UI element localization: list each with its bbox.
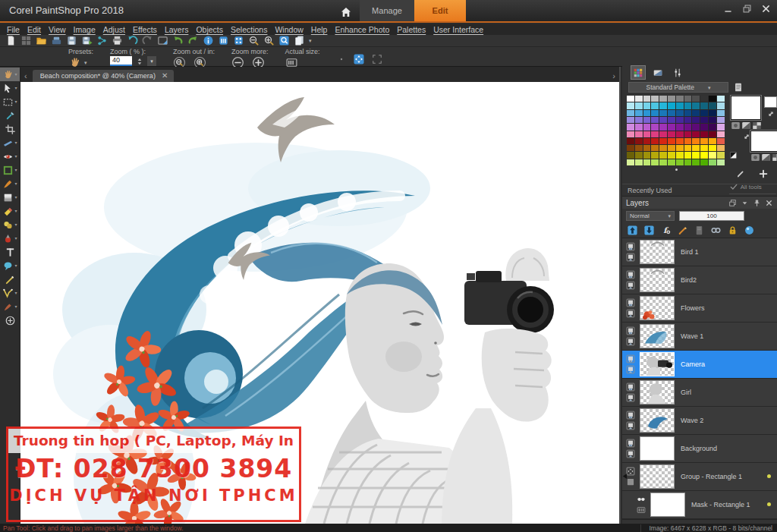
layer-lock-icon[interactable] xyxy=(727,225,738,236)
pen-tool[interactable] xyxy=(0,272,20,286)
menu-selections[interactable]: Selections xyxy=(227,25,271,34)
color-swatch[interactable] xyxy=(692,124,700,130)
color-swatch[interactable] xyxy=(692,102,700,109)
color-swatch[interactable] xyxy=(684,102,692,109)
makeover-tool[interactable]: ▾ xyxy=(0,163,20,177)
layer-thumbnail[interactable] xyxy=(640,352,675,376)
picture-tube-tool-flyout-icon[interactable]: ▾ xyxy=(14,236,17,241)
layer-thumbnail[interactable] xyxy=(640,324,675,348)
group-collapse-marker-icon[interactable] xyxy=(622,473,628,480)
pick-tool-flyout-icon[interactable]: ▾ xyxy=(14,86,17,90)
color-swatch[interactable] xyxy=(709,159,716,165)
color-swatch[interactable] xyxy=(700,138,708,144)
color-swatch[interactable] xyxy=(659,138,667,144)
copy-toolbar-button[interactable] xyxy=(294,35,305,46)
menu-palettes[interactable]: Palettes xyxy=(393,25,429,34)
picture-tube-tool[interactable]: ▾ xyxy=(0,231,20,245)
color-swatch[interactable] xyxy=(709,145,716,151)
edit-material-icon[interactable] xyxy=(735,168,746,179)
menu-window[interactable]: Window xyxy=(271,25,307,34)
color-swatch[interactable] xyxy=(684,131,692,137)
color-swatch[interactable] xyxy=(700,117,708,123)
save-as-toolbar-button[interactable] xyxy=(81,35,93,46)
color-swatch[interactable] xyxy=(651,152,659,158)
color-swatch[interactable] xyxy=(692,110,700,116)
swap-materials-icon[interactable] xyxy=(741,131,750,140)
menu-edit[interactable]: Edit xyxy=(24,25,45,34)
color-swatch[interactable] xyxy=(643,110,651,116)
color-swatch[interactable] xyxy=(692,138,700,144)
zoom-window-toolbar-button[interactable] xyxy=(278,35,290,46)
all-tools-row[interactable]: All tools xyxy=(729,182,776,194)
menu-objects[interactable]: Objects xyxy=(192,25,227,34)
zoom-tool-tool[interactable] xyxy=(0,313,20,327)
tab-scroll-left-icon[interactable]: ‹ xyxy=(20,71,31,82)
swap-colors-icon[interactable] xyxy=(766,109,775,118)
menu-enhance-photo[interactable]: Enhance Photo xyxy=(331,25,393,34)
color-swatch[interactable] xyxy=(700,152,708,158)
color-swatch[interactable] xyxy=(700,159,708,165)
info-toolbar-button[interactable] xyxy=(203,35,214,46)
palette-options-icon[interactable] xyxy=(733,82,744,93)
color-swatch[interactable] xyxy=(700,96,708,102)
color-swatch[interactable] xyxy=(709,102,716,109)
li-vis-icon[interactable] xyxy=(626,270,635,279)
color-swatch[interactable] xyxy=(659,152,667,158)
color-swatch[interactable] xyxy=(717,102,725,109)
color-swatch[interactable] xyxy=(692,96,700,102)
li-mask-icon[interactable] xyxy=(637,495,646,504)
color-swatch[interactable] xyxy=(643,159,651,165)
color-swatch[interactable] xyxy=(659,124,667,130)
color-swatch[interactable] xyxy=(627,96,634,102)
layers-header-close-x-icon[interactable] xyxy=(765,199,773,207)
color-swatch[interactable] xyxy=(717,138,725,144)
color-swatch[interactable] xyxy=(684,96,692,102)
brush-tool[interactable]: ▾ xyxy=(0,177,20,190)
color-swatch[interactable] xyxy=(700,110,708,116)
color-swatch[interactable] xyxy=(643,96,651,102)
li-badge-icon[interactable] xyxy=(626,365,635,374)
clone-tool-flyout-icon[interactable]: ▾ xyxy=(14,222,17,227)
color-swatch[interactable] xyxy=(659,110,667,116)
zoom-input[interactable]: 40 xyxy=(110,56,132,66)
li-vis-icon[interactable] xyxy=(626,382,635,392)
color-swatch[interactable] xyxy=(676,152,684,158)
color-swatch[interactable] xyxy=(676,110,684,116)
document-tab[interactable]: Beach composition* @ 40% (Camera) ✕ xyxy=(33,70,175,82)
layer-thumbnail[interactable] xyxy=(640,380,675,405)
color-swatch[interactable] xyxy=(651,102,659,109)
li-vis-icon[interactable] xyxy=(626,242,635,251)
color-swatch[interactable] xyxy=(651,117,659,123)
li-vis-icon[interactable] xyxy=(626,439,635,448)
color-swatch[interactable] xyxy=(643,102,651,109)
fg-pattern-style-icon[interactable] xyxy=(752,121,762,129)
black-white-reset-icon[interactable] xyxy=(729,150,738,159)
color-swatch[interactable] xyxy=(717,145,725,151)
color-swatch[interactable] xyxy=(717,159,725,165)
color-swatch[interactable] xyxy=(635,159,643,165)
layer-row-mask-rectangle-1[interactable]: Mask - Rectangle 1 xyxy=(622,491,777,519)
color-swatch[interactable] xyxy=(676,145,684,151)
print-toolbar-button[interactable] xyxy=(112,35,123,46)
li-vis-icon[interactable] xyxy=(626,411,635,420)
select-tool[interactable]: ▾ xyxy=(0,95,20,109)
color-swatch[interactable] xyxy=(676,124,684,130)
color-swatch[interactable] xyxy=(643,131,651,137)
color-swatch[interactable] xyxy=(659,145,667,151)
minimize-button[interactable] xyxy=(723,4,733,14)
fill-tool[interactable]: ▾ xyxy=(0,190,20,204)
layer-thumbnail[interactable] xyxy=(640,436,675,461)
menu-help[interactable]: Help xyxy=(307,25,332,34)
li-vis-icon[interactable] xyxy=(626,326,635,335)
color-swatch[interactable] xyxy=(643,124,651,130)
materials-tab-gradients[interactable] xyxy=(650,65,665,80)
color-swatch[interactable] xyxy=(651,131,659,137)
layer-sphere-icon[interactable] xyxy=(744,225,755,236)
layer-edit-icon[interactable] xyxy=(677,225,688,236)
fg-gradient-style-icon[interactable] xyxy=(741,121,751,129)
color-swatch[interactable] xyxy=(676,96,684,102)
color-swatch[interactable] xyxy=(684,152,692,158)
layer-thumbnail[interactable] xyxy=(640,408,675,433)
background-swatch[interactable] xyxy=(750,131,777,152)
layer-down-icon[interactable] xyxy=(643,225,655,236)
